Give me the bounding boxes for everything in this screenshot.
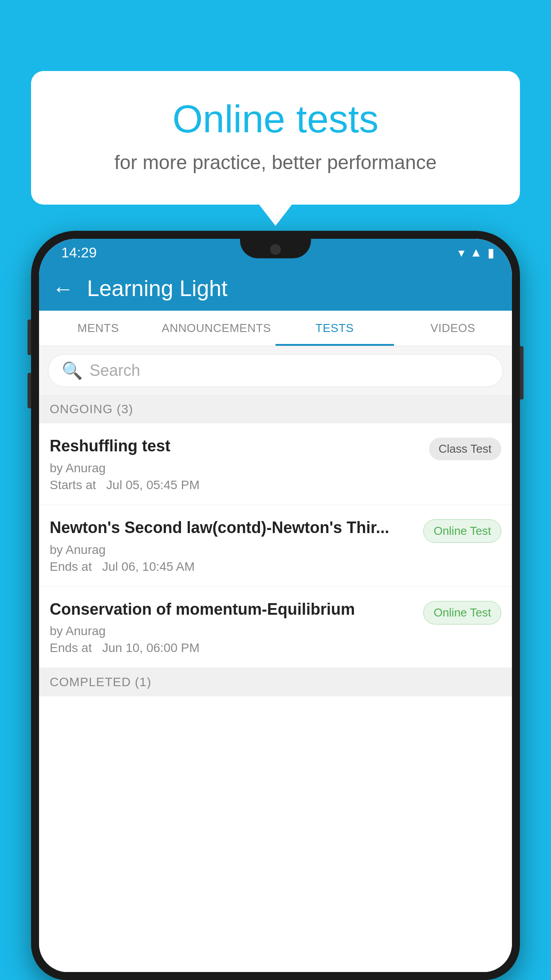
tab-announcements[interactable]: ANNOUNCEMENTS xyxy=(157,311,276,346)
tab-ments-label: MENTS xyxy=(78,321,119,335)
completed-section-header: COMPLETED (1) xyxy=(39,668,512,696)
wifi-icon: ▾ xyxy=(458,245,464,260)
ongoing-section-header: ONGOING (3) xyxy=(39,395,512,423)
bubble-subtitle: for more practice, better performance xyxy=(67,151,484,174)
test-badge-2: Online Test xyxy=(423,519,501,543)
phone-screen: 14:29 ▾ ▲ ▮ ← Learning Light MENTS ANNOU… xyxy=(39,239,512,972)
front-camera xyxy=(270,244,281,255)
test-time-3: Ends at Jun 10, 06:00 PM xyxy=(50,641,414,655)
test-info-3: Conservation of momentum-Equilibrium by … xyxy=(50,599,423,656)
tab-announcements-label: ANNOUNCEMENTS xyxy=(162,321,271,335)
tab-ments[interactable]: MENTS xyxy=(39,311,157,346)
test-item-1[interactable]: Reshuffling test by Anurag Starts at Jul… xyxy=(39,423,512,505)
test-name-3: Conservation of momentum-Equilibrium xyxy=(50,599,414,620)
app-header: ← Learning Light xyxy=(39,266,512,311)
power-button xyxy=(520,346,523,399)
test-list: Reshuffling test by Anurag Starts at Jul… xyxy=(39,423,512,972)
search-container: 🔍 Search xyxy=(39,346,512,395)
test-by-2: by Anurag xyxy=(50,543,414,557)
speech-bubble-container: Online tests for more practice, better p… xyxy=(31,71,520,205)
test-by-3: by Anurag xyxy=(50,624,414,638)
test-name-2: Newton's Second law(contd)-Newton's Thir… xyxy=(50,518,414,538)
signal-icon: ▲ xyxy=(470,245,482,260)
volume-down-button xyxy=(28,373,31,408)
test-item-3[interactable]: Conservation of momentum-Equilibrium by … xyxy=(39,587,512,668)
test-name-1: Reshuffling test xyxy=(50,436,420,457)
back-button[interactable]: ← xyxy=(52,277,74,301)
test-badge-3: Online Test xyxy=(423,601,501,624)
speech-bubble: Online tests for more practice, better p… xyxy=(31,71,520,205)
test-time-2: Ends at Jul 06, 10:45 AM xyxy=(50,560,414,574)
battery-icon: ▮ xyxy=(488,245,494,260)
search-bar[interactable]: 🔍 Search xyxy=(48,354,503,387)
status-time: 14:29 xyxy=(61,245,97,261)
tabs-bar: MENTS ANNOUNCEMENTS TESTS VIDEOS xyxy=(39,311,512,346)
tab-tests-label: TESTS xyxy=(315,321,354,335)
test-time-1: Starts at Jul 05, 05:45 PM xyxy=(50,478,420,492)
status-icons: ▾ ▲ ▮ xyxy=(458,245,494,260)
tab-videos-label: VIDEOS xyxy=(430,321,475,335)
bubble-title: Online tests xyxy=(67,98,484,141)
test-badge-1: Class Test xyxy=(429,438,501,460)
test-item-2[interactable]: Newton's Second law(contd)-Newton's Thir… xyxy=(39,505,512,587)
test-by-1: by Anurag xyxy=(50,461,420,475)
test-info-1: Reshuffling test by Anurag Starts at Jul… xyxy=(50,436,429,492)
test-info-2: Newton's Second law(contd)-Newton's Thir… xyxy=(50,518,423,574)
app-title: Learning Light xyxy=(87,276,228,301)
search-placeholder: Search xyxy=(90,361,140,380)
phone-notch xyxy=(240,239,311,258)
tab-videos[interactable]: VIDEOS xyxy=(394,311,512,346)
phone-frame: 14:29 ▾ ▲ ▮ ← Learning Light MENTS ANNOU… xyxy=(31,231,520,980)
tab-tests[interactable]: TESTS xyxy=(276,311,394,346)
volume-up-button xyxy=(28,320,31,355)
search-icon: 🔍 xyxy=(62,361,83,380)
